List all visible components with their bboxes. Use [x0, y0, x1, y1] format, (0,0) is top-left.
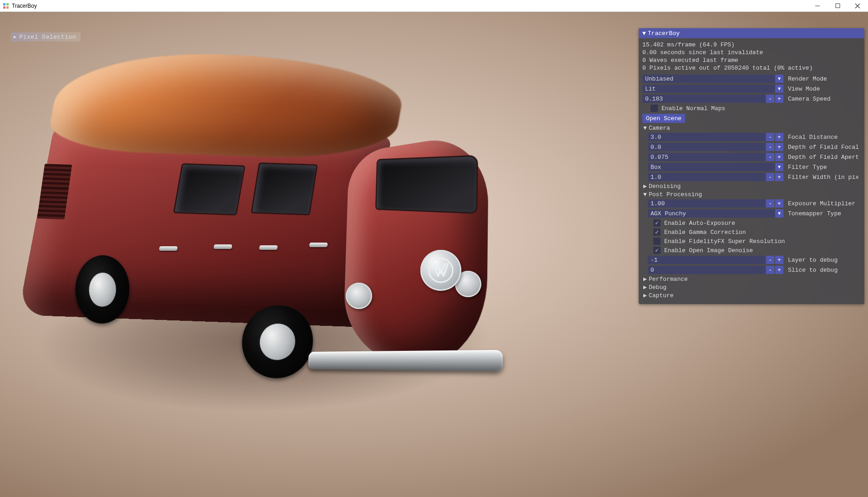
chevron-right-icon: ▶ — [643, 284, 649, 291]
exposure-input[interactable]: 1.00 - + — [648, 199, 783, 208]
increment-button[interactable]: + — [775, 95, 783, 103]
capture-section-label: Capture — [649, 292, 674, 299]
camera-section-toggle[interactable]: ▼ Camera — [639, 124, 864, 132]
debug-section-toggle[interactable]: ▶ Debug — [639, 283, 864, 291]
render-mode-label: Render Mode — [786, 76, 827, 82]
fsr-checkbox[interactable] — [653, 238, 661, 245]
view-mode-value: Lit — [645, 86, 656, 92]
dof-aperture-input[interactable]: 0.075 - + — [648, 153, 783, 161]
dof-focal-input[interactable]: 0.0 - + — [648, 143, 783, 151]
increment-button[interactable]: + — [775, 143, 783, 151]
post-processing-section-label: Post Processing — [649, 191, 702, 198]
decrement-button[interactable]: - — [766, 199, 774, 208]
gamma-label: Enable Gamma Correction — [664, 229, 746, 236]
performance-section-toggle[interactable]: ▶ Performance — [639, 275, 864, 283]
view-mode-label: View Mode — [786, 86, 820, 92]
increment-button[interactable]: + — [775, 173, 783, 181]
chevron-down-icon: ▼ — [775, 163, 783, 171]
render-mode-combo[interactable]: Unbiased ▼ — [642, 75, 783, 83]
panel-header[interactable]: ▼ TracerBoy — [639, 28, 864, 38]
focal-distance-input[interactable]: 3.0 - + — [648, 133, 783, 141]
stat-pixels: 0 Pixels active out of 2058240 total (0%… — [642, 64, 861, 72]
svg-rect-2 — [3, 6, 5, 9]
camera-speed-label: Camera Speed — [786, 96, 831, 102]
app-icon — [3, 3, 9, 9]
settings-panel: ▼ TracerBoy 15.402 ms/frame (64.9 FPS) 0… — [639, 28, 864, 304]
increment-button[interactable]: + — [775, 199, 783, 208]
slice-debug-label: Slice to debug — [786, 267, 838, 274]
pixel-selection-toggle[interactable]: ▶ Pixel Selection — [11, 32, 81, 41]
increment-button[interactable]: + — [775, 153, 783, 161]
window-title: TracerBoy — [12, 3, 37, 9]
camera-speed-value: 0.183 — [642, 95, 765, 103]
filter-type-label: Filter Type — [786, 164, 827, 171]
dof-aperture-label: Depth of Field Apert — [786, 154, 859, 161]
stats-block: 15.402 ms/frame (64.9 FPS) 0.00 seconds … — [639, 38, 864, 74]
stat-invalidate: 0.00 seconds since last invalidate — [642, 49, 861, 56]
close-button[interactable] — [854, 3, 861, 9]
chevron-right-icon: ▶ — [643, 183, 649, 190]
camera-section-label: Camera — [649, 125, 670, 132]
decrement-button[interactable]: - — [766, 143, 774, 151]
pixel-selection-label: Pixel Selection — [20, 34, 76, 41]
dof-focal-label: Depth of Field Focal — [786, 144, 859, 151]
debug-section-label: Debug — [649, 284, 666, 291]
stat-frame: 15.402 ms/frame (64.9 FPS) — [642, 41, 861, 49]
tonemapper-label: Tonemapper Type — [786, 210, 841, 217]
stat-waves: 0 Waves executed last frame — [642, 56, 861, 64]
filter-width-label: Filter Width (in pix — [786, 174, 859, 181]
increment-button[interactable]: + — [775, 256, 783, 264]
svg-rect-5 — [836, 4, 840, 8]
chevron-right-icon: ▶ — [14, 34, 17, 40]
slice-debug-input[interactable]: 0 - + — [648, 266, 783, 274]
open-scene-button[interactable]: Open Scene — [642, 114, 685, 123]
floor-shadow — [36, 263, 491, 416]
decrement-button[interactable]: - — [766, 95, 774, 103]
layer-debug-input[interactable]: -1 - + — [648, 256, 783, 264]
filter-width-input[interactable]: 1.0 - + — [648, 173, 783, 181]
normal-maps-checkbox[interactable] — [651, 105, 658, 112]
view-mode-combo[interactable]: Lit ▼ — [642, 85, 783, 93]
camera-speed-input[interactable]: 0.183 - + — [642, 95, 783, 103]
fsr-label: Enable FidelityFX Super Resolution — [664, 238, 785, 245]
svg-rect-1 — [6, 3, 9, 5]
exposure-label: Exposure Multiplier — [786, 200, 855, 207]
decrement-button[interactable]: - — [766, 256, 774, 264]
chevron-down-icon: ▼ — [775, 75, 783, 83]
chevron-down-icon: ▼ — [642, 30, 646, 37]
svg-rect-3 — [6, 6, 9, 9]
window-controls — [814, 3, 865, 9]
increment-button[interactable]: + — [775, 133, 783, 141]
oidn-checkbox[interactable]: ✓ — [653, 247, 661, 254]
svg-point-8 — [429, 259, 453, 282]
chevron-down-icon: ▼ — [643, 125, 649, 132]
chevron-down-icon: ▼ — [775, 85, 783, 93]
panel-title: TracerBoy — [648, 30, 680, 37]
tonemapper-combo[interactable]: AGX Punchy ▼ — [648, 209, 783, 218]
gamma-checkbox[interactable]: ✓ — [653, 228, 661, 236]
decrement-button[interactable]: - — [766, 153, 774, 161]
capture-section-toggle[interactable]: ▶ Capture — [639, 291, 864, 299]
focal-distance-label: Focal Distance — [786, 134, 838, 141]
render-viewport[interactable]: ▶ Pixel Selection ▼ TracerBoy 15.402 ms/… — [0, 12, 868, 497]
chevron-right-icon: ▶ — [643, 275, 649, 283]
minimize-button[interactable] — [814, 3, 821, 9]
chevron-down-icon: ▼ — [775, 209, 783, 218]
auto-exposure-label: Enable Auto-Exposure — [664, 220, 735, 227]
performance-section-label: Performance — [649, 276, 688, 283]
auto-exposure-checkbox[interactable]: ✓ — [653, 219, 661, 227]
filter-type-combo[interactable]: Box ▼ — [648, 163, 783, 171]
post-processing-section-toggle[interactable]: ▼ Post Processing — [639, 190, 864, 198]
decrement-button[interactable]: - — [766, 133, 774, 141]
render-mode-value: Unbiased — [645, 76, 673, 82]
maximize-button[interactable] — [834, 3, 841, 9]
chevron-down-icon: ▼ — [643, 191, 649, 198]
decrement-button[interactable]: - — [766, 173, 774, 181]
decrement-button[interactable]: - — [766, 266, 774, 274]
chevron-right-icon: ▶ — [643, 292, 649, 299]
layer-debug-label: Layer to debug — [786, 257, 838, 264]
oidn-label: Enable Open Image Denoise — [664, 247, 753, 254]
increment-button[interactable]: + — [775, 266, 783, 274]
denoising-section-label: Denoising — [649, 183, 681, 190]
denoising-section-toggle[interactable]: ▶ Denoising — [639, 182, 864, 190]
